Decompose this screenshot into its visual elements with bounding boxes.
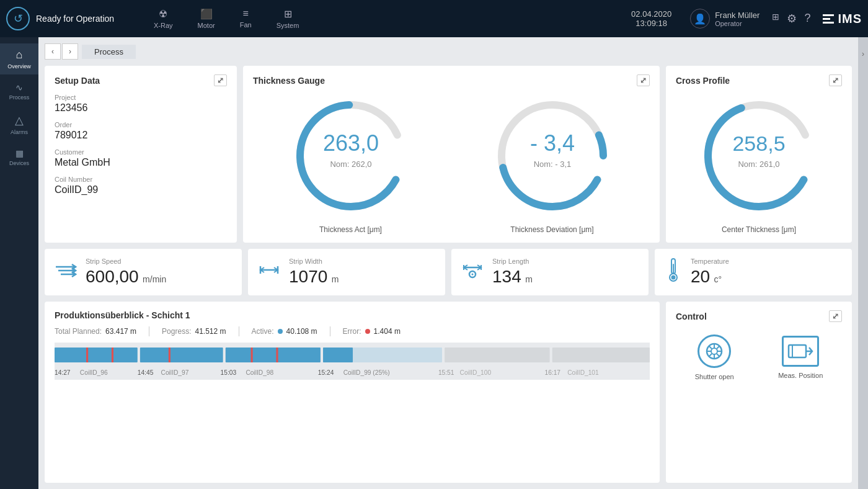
user-avatar: 👤	[690, 9, 710, 29]
svg-rect-33	[323, 348, 353, 362]
coil-field: Coil Number CoilID_99	[55, 176, 227, 195]
svg-text:CoilID_99 (25%): CoilID_99 (25%)	[343, 369, 390, 376]
collapse-icon[interactable]: ⊞	[772, 12, 779, 25]
svg-rect-28	[55, 348, 138, 362]
cross-profile-label: Center Thickness [μm]	[722, 225, 796, 234]
temperature-value: 20	[691, 267, 710, 286]
strip-speed-value-row: 600,00 m/min	[86, 267, 166, 287]
strip-speed-label: Strip Speed	[86, 258, 166, 265]
svg-text:14:45: 14:45	[138, 369, 154, 376]
meas-control: Meas. Position	[778, 336, 823, 379]
svg-rect-36	[86, 348, 88, 362]
error-dot	[365, 329, 370, 334]
error-label: Error:	[343, 327, 361, 336]
thickness-dev-gauge: - 3,4 Nom: - 3,1 Thickness Deviation [μm…	[490, 94, 614, 234]
active-label: Active:	[252, 327, 274, 336]
strip-width-card: Strip Width 1070 m	[248, 249, 445, 295]
svg-line-60	[717, 354, 720, 357]
right-panel[interactable]: ›	[858, 37, 868, 489]
xray-icon: ☢	[159, 8, 167, 20]
timeline-svg: 14:27 CoilID_96 14:45 CoilID_97 15:03 Co…	[55, 343, 650, 380]
svg-point-26	[671, 276, 676, 280]
strip-length-value: 134	[492, 267, 521, 286]
setup-expand-btn[interactable]: ⤢	[214, 74, 227, 86]
layout: ⌂ Overview ∿ Process △ Alarms ▦ Devices …	[0, 37, 868, 489]
sidebar-devices-label: Devices	[9, 160, 29, 166]
svg-point-22	[472, 274, 474, 276]
total-planned-value: 63.417 m	[105, 327, 136, 336]
sidebar: ⌂ Overview ∿ Process △ Alarms ▦ Devices	[0, 37, 38, 489]
temperature-label: Temperature	[691, 258, 729, 265]
user-info: Frank Müller Operator	[715, 11, 760, 27]
svg-rect-30	[226, 348, 321, 362]
coil-label: Coil Number	[55, 176, 227, 183]
strip-speed-content: Strip Speed 600,00 m/min	[86, 258, 166, 287]
thickness-act-label: Thickness Act [μm]	[319, 225, 382, 234]
motor-icon: ⬛	[200, 8, 213, 20]
setup-data-card: Setup Data ⤢ Project 123456 Order 789012…	[45, 66, 237, 243]
svg-text:263,0: 263,0	[322, 130, 378, 156]
fan-icon: ≡	[243, 8, 249, 19]
top-header: ↺ Ready for Operation ☢ X-Ray ⬛ Motor ≡ …	[0, 0, 868, 37]
strip-speed-icon	[55, 262, 77, 283]
breadcrumb-back[interactable]: ‹	[45, 43, 61, 60]
settings-icon[interactable]: ⚙	[787, 12, 797, 25]
gauge1-svg: 263,0 Nom: 262,0	[289, 94, 413, 218]
breadcrumb-forward[interactable]: ›	[62, 43, 78, 60]
breadcrumb-nav: ‹ ›	[45, 43, 78, 60]
nav-fan[interactable]: ≡ Fan	[229, 4, 263, 33]
temperature-content: Temperature 20 c°	[691, 258, 729, 287]
thickness-dev-label: Thickness Deviation [μm]	[510, 225, 593, 234]
sidebar-item-overview[interactable]: ⌂ Overview	[0, 43, 38, 74]
meas-label: Meas. Position	[778, 372, 823, 379]
nav-xray[interactable]: ☢ X-Ray	[143, 4, 184, 33]
thickness-act-gauge: 263,0 Nom: 262,0 Thickness Act [μm]	[289, 94, 413, 234]
progress-label: Pogress:	[162, 327, 191, 336]
date: 02.04.2020	[631, 9, 671, 19]
nav-fan-label: Fan	[240, 21, 252, 29]
svg-line-61	[717, 346, 720, 349]
gauge-expand-btn[interactable]: ⤢	[637, 74, 650, 86]
user-role: Operator	[715, 20, 760, 27]
sidebar-overview-label: Overview	[7, 63, 31, 70]
collapse-right-icon: ›	[862, 50, 864, 58]
customer-value: Metal GmbH	[55, 157, 227, 168]
user-name: Frank Müller	[715, 11, 760, 20]
svg-text:16:17: 16:17	[544, 369, 560, 376]
svg-line-62	[709, 354, 712, 357]
cross-profile-card: Cross Profile ⤢ 258,5 Nom: 261,0 Center …	[666, 66, 852, 243]
control-expand-btn[interactable]: ⤢	[829, 310, 842, 322]
strip-speed-card: Strip Speed 600,00 m/min	[45, 249, 242, 295]
help-icon[interactable]: ?	[804, 12, 810, 25]
stats-row: Strip Speed 600,00 m/min	[45, 249, 852, 295]
nav-system[interactable]: ⊞ System	[265, 4, 311, 33]
svg-text:15:51: 15:51	[438, 369, 454, 376]
meas-icon[interactable]	[782, 336, 819, 367]
control-card: Control ⤢	[666, 302, 852, 483]
sidebar-item-process[interactable]: ∿ Process	[0, 78, 38, 105]
project-field: Project 123456	[55, 94, 227, 114]
nav-motor[interactable]: ⬛ Motor	[187, 4, 226, 33]
nav-buttons: ☢ X-Ray ⬛ Motor ≡ Fan ⊞ System	[143, 4, 310, 33]
sidebar-item-devices[interactable]: ▦ Devices	[0, 143, 38, 171]
svg-text:Nom: - 3,1: Nom: - 3,1	[533, 159, 571, 169]
total-planned-stat: Total Planned: 63.417 m	[55, 327, 136, 336]
process-icon: ∿	[16, 83, 23, 92]
logo-area: ↺ Ready for Operation	[6, 7, 130, 30]
active-value: 40.108 m	[286, 327, 317, 336]
gauge2-svg: - 3,4 Nom: - 3,1	[490, 94, 614, 218]
temperature-value-row: 20 c°	[691, 267, 729, 287]
nav-xray-label: X-Ray	[154, 22, 173, 29]
thickness-gauge-card: Thickness Gauge ⤢ 263,0 Nom: 262,0 Thick…	[243, 66, 660, 243]
main-content: ‹ › Process Setup Data ⤢ Project 123456 …	[38, 37, 858, 489]
svg-rect-35	[552, 348, 650, 362]
active-dot	[278, 329, 283, 334]
sidebar-item-alarms[interactable]: △ Alarms	[0, 109, 38, 140]
setup-data-title: Setup Data ⤢	[55, 74, 227, 86]
sidebar-alarms-label: Alarms	[11, 129, 28, 135]
shutter-icon[interactable]	[698, 334, 731, 368]
control-icons: Shutter open Meas. Position	[676, 334, 842, 380]
bottom-row: Produktionsüberblick - Schicht 1 Total P…	[45, 302, 852, 483]
error-value: 1.404 m	[374, 327, 401, 336]
cross-expand-btn[interactable]: ⤢	[829, 74, 842, 86]
